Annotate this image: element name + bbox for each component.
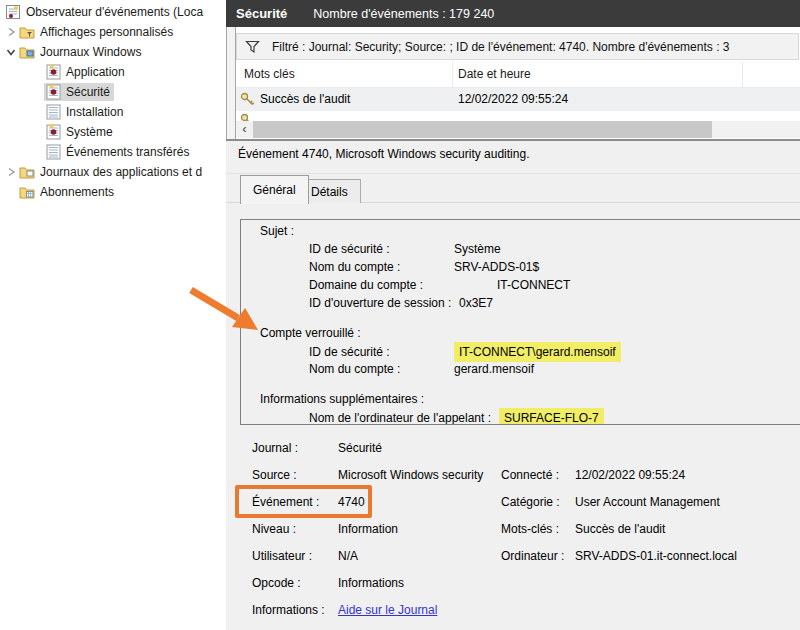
tree-item-label: Événements transférés: [66, 145, 189, 159]
prop-value: Sécurité: [338, 441, 382, 455]
field-value: SRV-ADDS-01$: [454, 258, 539, 276]
field-value: 0x3E7: [459, 294, 493, 312]
tree-item-root[interactable]: Observateur d'événements (Loca: [0, 2, 226, 22]
log-title: Sécurité: [236, 6, 287, 21]
event-log-icon: [46, 64, 61, 80]
field-row: Nom du compte :gerard.mensoif: [241, 360, 800, 378]
prop-label: Utilisateur :: [252, 549, 312, 563]
field-row: Domaine du compte :IT-CONNECT: [241, 276, 800, 294]
prop-row: Niveau : Information Mots-clés : Succès …: [226, 522, 800, 538]
prop-label: Mots-clés :: [501, 522, 559, 536]
prop-value: Microsoft Windows security: [338, 468, 483, 482]
tree-item-subscriptions[interactable]: Abonnements: [0, 182, 226, 202]
field-label: Nom de l'ordinateur de l'appelant :: [309, 411, 491, 425]
prop-value: Succès de l'audit: [575, 522, 665, 536]
prop-row: Opcode : Informations: [226, 576, 800, 592]
audit-key-icon: [240, 92, 255, 107]
event-row-selected[interactable]: Succès de l'audit 12/02/2022 09:55:24: [236, 88, 800, 111]
horizontal-scrollbar[interactable]: ‹: [236, 121, 800, 138]
tab-label: Détails: [311, 185, 348, 199]
filter-text: Filtré : Journal: Security; Source: ; ID…: [272, 40, 729, 54]
tree-item-label: Sécurité: [66, 85, 110, 99]
prop-label: Opcode :: [252, 576, 301, 590]
console-tree: Observateur d'événements (Loca Affichage…: [0, 0, 226, 630]
filter-bar: Filtré : Journal: Security; Source: ; ID…: [236, 33, 799, 60]
tree-item-forwarded-events[interactable]: Événements transférés: [0, 142, 226, 162]
event-preview-pane: Événement 4740, Microsoft Windows securi…: [226, 141, 800, 630]
event-keyword: Succès de l'audit: [260, 92, 350, 106]
tree-item-windows-logs[interactable]: Journaux Windows: [0, 42, 226, 62]
field-row: ID de sécurité :Système: [241, 240, 800, 258]
log-header-bar: Sécurité Nombre d'événements : 179 240: [226, 0, 800, 27]
field-label: ID de sécurité :: [309, 343, 454, 361]
tree-item-label: Abonnements: [40, 185, 114, 199]
prop-row: Informations : Aide sur le Journal: [226, 603, 800, 619]
field-row: ID de sécurité :IT-CONNECT\gerard.mensoi…: [241, 342, 800, 360]
tree-item-application[interactable]: Application: [0, 62, 226, 82]
tree-item-custom-views[interactable]: Affichages personnalisés: [0, 22, 226, 42]
prop-label: Journal :: [252, 441, 298, 455]
column-header-datetime[interactable]: Date et heure: [458, 67, 531, 81]
prop-row: Journal : Sécurité: [226, 441, 800, 457]
folder-windows-icon: [19, 45, 35, 59]
tab-general[interactable]: Général: [240, 175, 309, 204]
folder-apps-icon: [19, 165, 35, 179]
prop-label: Connecté :: [501, 468, 559, 482]
field-value-highlighted: IT-CONNECT\gerard.mensoif: [454, 342, 621, 362]
log-file-icon: [46, 104, 61, 120]
event-row-partial[interactable]: [236, 111, 800, 121]
tree-item-security[interactable]: Sécurité: [0, 82, 226, 102]
log-file-icon: [46, 144, 61, 160]
tree-item-label: Observateur d'événements (Loca: [26, 5, 203, 19]
blank-line: [241, 378, 800, 390]
prop-value: User Account Management: [575, 495, 720, 509]
section-header: Sujet :: [241, 222, 800, 240]
event-log-icon: [46, 124, 61, 140]
scroll-left-button[interactable]: ‹: [236, 121, 253, 138]
section-header-locked-account: Compte verrouillé :: [241, 324, 800, 342]
chevron-right-icon[interactable]: [5, 166, 17, 178]
chevron-down-icon[interactable]: [5, 46, 17, 58]
tree-item-label: Journaux Windows: [40, 45, 141, 59]
filter-funnel-icon: [245, 40, 260, 54]
divider: [226, 173, 800, 174]
audit-key-icon: [240, 113, 255, 121]
prop-value: N/A: [338, 549, 358, 563]
tree-item-label: Installation: [66, 105, 123, 119]
tree-item-label: Système: [66, 125, 113, 139]
tree-item-app-services-logs[interactable]: Journaux des applications et d: [0, 162, 226, 182]
prop-row: Utilisateur : N/A Ordinateur : SRV-ADDS-…: [226, 549, 800, 565]
event-viewer-window: Observateur d'événements (Loca Affichage…: [0, 0, 800, 630]
column-header-keywords[interactable]: Mots clés: [244, 67, 295, 81]
field-value: gerard.mensoif: [454, 360, 534, 378]
prop-label: Informations :: [252, 603, 325, 617]
prop-value: Informations: [338, 576, 404, 590]
field-row: ID d'ouverture de session :0x3E7: [241, 294, 800, 312]
chevron-right-icon[interactable]: [5, 26, 17, 38]
tab-label: Général: [253, 183, 296, 197]
list-header-row: Mots clés Date et heure: [236, 62, 800, 88]
prop-value-event-id: 4740: [338, 495, 365, 509]
tree-item-system[interactable]: Système: [0, 122, 226, 142]
tree-item-label: Journaux des applications et d: [40, 165, 202, 179]
field-label: Nom du compte :: [309, 258, 454, 276]
tree-item-setup[interactable]: Installation: [0, 102, 226, 122]
scrollbar-thumb[interactable]: [253, 121, 712, 138]
prop-value: SRV-ADDS-01.it-connect.local: [575, 549, 737, 563]
event-datetime: 12/02/2022 09:55:24: [458, 92, 568, 106]
event-description-box: Sujet : ID de sécurité :Système Nom du c…: [240, 219, 800, 425]
prop-label: Ordinateur :: [501, 549, 564, 563]
prop-label: Événement :: [252, 495, 319, 509]
prop-row-event-id: Événement : 4740 Catégorie : User Accoun…: [226, 495, 800, 511]
field-row: Nom de l'ordinateur de l'appelant :SURFA…: [241, 408, 800, 425]
field-value-highlighted: SURFACE-FLO-7: [499, 408, 604, 425]
prop-value: 12/02/2022 09:55:24: [575, 468, 685, 482]
prop-label: Catégorie :: [501, 495, 560, 509]
field-label: ID d'ouverture de session :: [309, 294, 454, 312]
log-help-link[interactable]: Aide sur le Journal: [338, 603, 437, 617]
field-value: Système: [454, 240, 501, 258]
event-viewer-icon: [5, 4, 21, 20]
prop-label: Niveau :: [252, 522, 296, 536]
section-header-additional-info: Informations supplémentaires :: [241, 390, 800, 408]
field-row: Nom du compte :SRV-ADDS-01$: [241, 258, 800, 276]
